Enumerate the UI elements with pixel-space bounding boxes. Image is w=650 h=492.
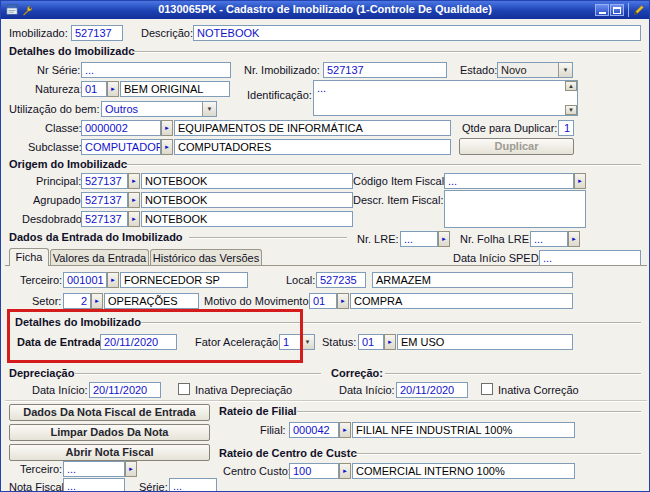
agrupado-code-field[interactable]: 527137 [81, 192, 128, 208]
imobilizado-field[interactable]: 527137 [71, 25, 123, 41]
nr-serie-field[interactable]: ... [81, 62, 231, 78]
utilizacao-select[interactable]: Outros ▼ [101, 101, 217, 117]
desdobrado-lookup-icon[interactable]: ► [128, 211, 140, 227]
minimize-button[interactable] [595, 4, 609, 16]
serie-label: Série: [139, 481, 168, 492]
section-divider [297, 411, 641, 412]
data-inicio-sped-field[interactable]: ... [539, 250, 641, 266]
inativa-correcao-label: Inativa Correção [498, 384, 579, 396]
correcao-data-inicio-label: Data Início: [339, 384, 395, 396]
centro-custo-code-field[interactable]: 100 [289, 463, 339, 479]
tab-ficha[interactable]: Ficha [9, 248, 49, 266]
descr-item-fiscal-field[interactable] [444, 190, 586, 228]
section-divider [5, 400, 647, 401]
classe-lookup-icon[interactable]: ► [161, 120, 173, 136]
scroll-up-icon[interactable]: ▲ [565, 81, 577, 91]
principal-lookup-icon[interactable]: ► [128, 173, 140, 189]
maximize-button[interactable] [610, 4, 624, 16]
edit-pencil-icon[interactable] [632, 3, 646, 17]
qtde-duplicar-label: Qtde para Duplicar: [462, 122, 557, 134]
section-entrada-title: Dados da Entrada do Imobilizado [9, 231, 183, 243]
natureza-lookup-icon[interactable]: ► [107, 81, 119, 97]
tab-valores-da-entrada[interactable]: Valores da Entrada [50, 249, 149, 266]
duplicar-button[interactable]: Duplicar [459, 138, 574, 155]
terceiro-code-field[interactable]: 001001 [63, 272, 107, 288]
filial-code-field[interactable]: 000042 [289, 422, 339, 438]
desdobrado-code-field[interactable]: 527137 [81, 211, 128, 227]
fator-aceleracao-label: Fator Aceleração: [195, 336, 281, 348]
qtde-duplicar-field[interactable]: 1 [558, 120, 574, 136]
scroll-down-icon[interactable]: ▼ [565, 105, 577, 115]
centro-custo-label: Centro Custo: [223, 465, 291, 477]
nota-fiscal-field[interactable]: ... [63, 478, 125, 492]
nota-terceiro-field[interactable]: ... [63, 461, 125, 477]
filial-lookup-icon[interactable]: ► [339, 422, 351, 438]
natureza-code-field[interactable]: 01 [81, 81, 107, 97]
centro-custo-lookup-icon[interactable]: ► [339, 463, 351, 479]
identificacao-field[interactable]: ... [313, 80, 578, 116]
descricao-field[interactable]: NOTEBOOK [193, 25, 641, 41]
nr-imobilizado-field[interactable]: 527137 [323, 62, 447, 78]
centro-custo-desc-field: COMERCIAL INTERNO 100% [352, 463, 575, 479]
motivo-lookup-icon[interactable]: ► [337, 293, 349, 309]
terceiro-lookup-icon[interactable]: ► [107, 272, 119, 288]
subclasse-desc-field: COMPUTADORES [174, 139, 451, 155]
chevron-down-icon[interactable]: ▼ [300, 335, 314, 349]
section-divider [385, 373, 641, 374]
section-divider [75, 373, 321, 374]
setor-label: Setor: [32, 295, 61, 307]
abrir-nota-fiscal-button[interactable]: Abrir Nota Fiscal [9, 444, 210, 461]
setor-lookup-icon[interactable]: ► [91, 293, 103, 309]
principal-label: Principal: [36, 175, 81, 187]
setor-code-field[interactable]: 2 [63, 293, 91, 309]
data-entrada-field[interactable]: 20/11/2020 [100, 334, 177, 350]
classe-desc-field: EQUIPAMENTOS DE INFORMÁTICA [174, 120, 451, 136]
nota-terceiro-label: Terceiro: [20, 463, 62, 475]
nota-terceiro-lookup-icon[interactable]: ► [125, 461, 137, 477]
chevron-down-icon[interactable]: ▼ [558, 63, 572, 77]
data-entrada-label: Data de Entrada: [17, 336, 104, 348]
descricao-label: Descrição: [141, 27, 193, 39]
nr-folha-lre-field[interactable]: ... [530, 231, 568, 247]
subclasse-lookup-icon[interactable]: ► [161, 139, 173, 155]
utilizacao-label: Utilização do bem: [9, 103, 100, 115]
subclasse-code-field[interactable]: COMPUTADORES [81, 139, 161, 155]
status-code-field[interactable]: 01 [358, 334, 384, 350]
agrupado-lookup-icon[interactable]: ► [128, 192, 140, 208]
chevron-down-icon[interactable]: ▼ [202, 102, 216, 116]
terceiro-label: Terceiro: [20, 274, 62, 286]
fator-aceleracao-value: 1 [283, 335, 289, 349]
section-divider [133, 51, 641, 52]
nr-folha-lre-label: Nr. Folha LRE: [460, 233, 532, 245]
nr-lre-lookup-icon[interactable]: ► [438, 231, 450, 247]
local-code-field[interactable]: 527235 [316, 272, 366, 288]
estado-select[interactable]: Novo ▼ [497, 62, 573, 78]
status-label: Status: [322, 336, 356, 348]
status-lookup-icon[interactable]: ► [384, 334, 396, 350]
codigo-item-fiscal-label: Código Item Fiscal: [353, 175, 447, 187]
classe-code-field[interactable]: 0000002 [81, 120, 161, 136]
correcao-data-inicio-field[interactable]: 20/11/2020 [396, 382, 468, 398]
inativa-depreciacao-label: Inativa Depreciação [195, 384, 292, 396]
limpar-dados-nota-button[interactable]: Limpar Dados Da Nota [9, 424, 210, 441]
nr-folha-lre-lookup-icon[interactable]: ► [568, 231, 580, 247]
dados-nota-fiscal-button[interactable]: Dados Da Nota Fiscal de Entrada [9, 404, 210, 421]
section-divider [141, 322, 641, 323]
tab-historico-das-versoes[interactable]: Histórico das Versões [150, 249, 262, 266]
depreciacao-data-inicio-field[interactable]: 20/11/2020 [89, 382, 161, 398]
motivo-code-field[interactable]: 01 [309, 293, 337, 309]
inativa-correcao-checkbox[interactable] [481, 383, 493, 395]
principal-code-field[interactable]: 527137 [81, 173, 128, 189]
motivo-desc-field: COMPRA [350, 293, 573, 309]
section-divider [353, 453, 641, 454]
inativa-depreciacao-checkbox[interactable] [178, 383, 190, 395]
fator-aceleracao-select[interactable]: 1 ▼ [279, 334, 315, 350]
agrupado-label: Agrupado: [33, 194, 84, 206]
titlebar-divider [628, 3, 629, 17]
codigo-item-fiscal-field[interactable]: ... [444, 173, 574, 189]
maximize-icon [613, 7, 621, 14]
nr-lre-field[interactable]: ... [400, 231, 438, 247]
codigo-item-fiscal-lookup-icon[interactable]: ► [574, 173, 586, 189]
serie-field[interactable]: ... [169, 478, 217, 492]
filial-label: Filial: [260, 424, 286, 436]
